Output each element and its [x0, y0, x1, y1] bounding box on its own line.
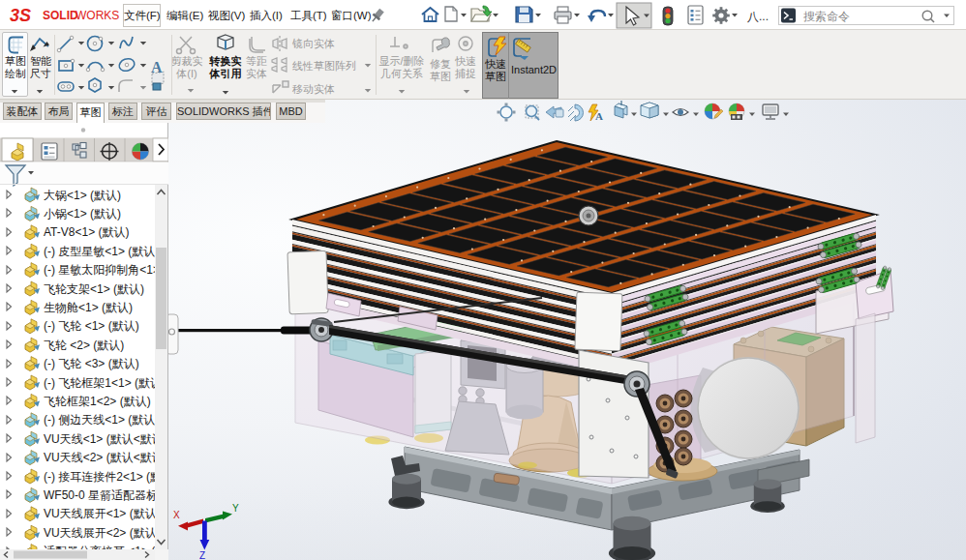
- svg-text:Y: Y: [232, 503, 239, 514]
- svg-text:(-) 飞轮 <3> (默认): (-) 飞轮 <3> (默认): [44, 357, 139, 370]
- svg-text:(-) 飞轮 <1> (默认): (-) 飞轮 <1> (默认): [44, 319, 139, 333]
- svg-text:小锅<1> (默认): 小锅<1> (默认): [44, 207, 121, 221]
- svg-text:VU天线<2> (默认<默认: VU天线<2> (默认<默认: [44, 451, 164, 464]
- svg-text:A: A: [151, 59, 163, 75]
- svg-text:(-) 星敏太阳抑制角<1>: (-) 星敏太阳抑制角<1>: [44, 263, 160, 277]
- svg-text:(-) 侧边天线<1> (默认): (-) 侧边天线<1> (默认): [44, 413, 159, 427]
- svg-text:VU天线展开<2> (默认): VU天线展开<2> (默认): [44, 526, 161, 540]
- svg-text:大锅<1> (默认): 大锅<1> (默认): [44, 189, 121, 202]
- svg-text:VU天线展开<1> (默认): VU天线展开<1> (默认): [44, 507, 161, 520]
- svg-text:飞轮 <2> (默认): 飞轮 <2> (默认): [44, 339, 124, 352]
- svg-text:飞轮框架1<2> (默认): 飞轮框架1<2> (默认): [44, 395, 151, 408]
- svg-text:(-) 飞轮框架1<1> (默认: (-) 飞轮框架1<1> (默认: [44, 376, 162, 390]
- svg-text:生物舱<1> (默认): 生物舱<1> (默认): [44, 301, 133, 314]
- svg-text:(-) 接耳连接件2<1> (默: (-) 接耳连接件2<1> (默: [44, 470, 162, 484]
- svg-text:WF50-0 星箭适配器标: WF50-0 星箭适配器标: [44, 488, 159, 502]
- svg-text:A: A: [595, 110, 603, 122]
- svg-text:WORKS: WORKS: [75, 9, 119, 22]
- svg-text:Z: Z: [199, 550, 205, 560]
- svg-text:SOLID: SOLID: [43, 9, 78, 22]
- svg-text:飞轮支架<1> (默认): 飞轮支架<1> (默认): [44, 282, 144, 296]
- svg-text:VU天线<1> (默认<默认: VU天线<1> (默认<默认: [44, 432, 164, 446]
- svg-text:3S: 3S: [10, 6, 31, 25]
- svg-text:AT-V8<1> (默认): AT-V8<1> (默认): [44, 225, 129, 239]
- svg-text:X: X: [173, 510, 180, 520]
- svg-text:(-) 皮型星敏<1> (默认): (-) 皮型星敏<1> (默认): [44, 245, 159, 258]
